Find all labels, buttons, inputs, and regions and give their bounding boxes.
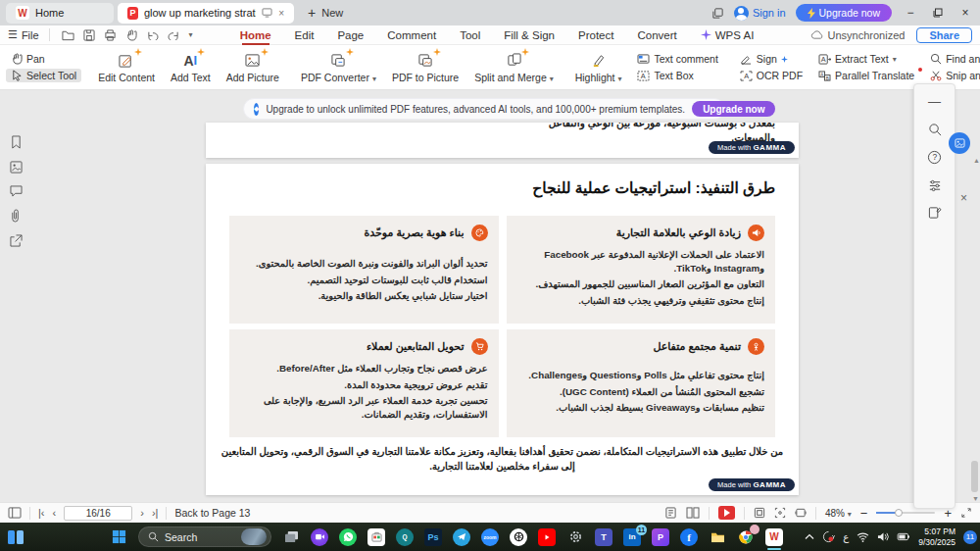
new-tab-button[interactable]: + New	[308, 5, 343, 21]
minimize-button[interactable]: −	[902, 6, 919, 20]
edit-content-button[interactable]: Edit Content	[93, 50, 160, 85]
sidebar-toggle-icon[interactable]	[8, 507, 22, 519]
tab-tool[interactable]: Tool	[460, 29, 480, 41]
tab-fill-sign[interactable]: Fill & Sign	[504, 29, 555, 41]
thumbnail-icon[interactable]	[10, 161, 23, 174]
zoom-percentage[interactable]: 48% ▾	[825, 508, 852, 519]
ocr-pdf-button[interactable]: A OCR PDF	[735, 69, 808, 82]
sync-status[interactable]: Unsynchronized	[810, 29, 906, 41]
extract-text-button[interactable]: A Extract Text ▾	[813, 52, 919, 66]
last-page-button[interactable]: ›|	[152, 507, 159, 519]
panel-notes-icon[interactable]	[928, 206, 942, 220]
parallel-translate-button[interactable]: AB Parallel Translate	[813, 69, 919, 82]
split-merge-button[interactable]: Split and Merge ▾	[469, 50, 558, 85]
slideshow-button[interactable]	[718, 506, 735, 520]
add-picture-button[interactable]: Add Picture	[221, 50, 284, 85]
first-page-button[interactable]: |‹	[38, 507, 45, 519]
close-tab-icon[interactable]: ×	[278, 8, 284, 19]
zoom-slider-knob[interactable]	[895, 509, 903, 517]
chrome-icon[interactable]	[737, 528, 755, 546]
notification-badge[interactable]: 11	[963, 530, 977, 544]
youtube-icon[interactable]	[538, 528, 556, 546]
multi-window-icon[interactable]	[711, 7, 724, 20]
back-to-page-link[interactable]: Back to Page 13	[174, 507, 250, 519]
select-tool-button[interactable]: Select Tool	[6, 69, 81, 82]
prev-page-button[interactable]: ‹	[53, 507, 57, 519]
vertical-scrollbar[interactable]	[971, 461, 978, 492]
banner-upgrade-button[interactable]: Upgrade now	[692, 101, 775, 117]
tab-wps-ai[interactable]: WPS AI	[701, 29, 755, 41]
fit-width-button[interactable]	[774, 507, 786, 519]
photoshop-icon[interactable]: Ps	[424, 528, 442, 546]
tab-home[interactable]: Home	[240, 29, 271, 41]
maximize-button[interactable]	[929, 8, 947, 18]
open-file-icon[interactable]	[62, 29, 74, 41]
facebook-icon[interactable]: f	[680, 528, 698, 546]
linkedin-icon[interactable]: in11	[623, 528, 641, 546]
fit-screen-button[interactable]	[795, 507, 807, 519]
battery-icon[interactable]	[897, 532, 910, 541]
fullscreen-icon[interactable]	[960, 507, 972, 519]
redo-icon[interactable]	[168, 29, 180, 40]
sign-button[interactable]: Sign	[735, 52, 808, 66]
clipchamp-icon[interactable]	[311, 528, 328, 546]
widgets-button[interactable]	[8, 530, 24, 544]
pdf-converter-button[interactable]: ​PDF Converter ▾	[296, 50, 381, 85]
more-actions-chevron-icon[interactable]: ▾	[189, 30, 193, 39]
add-text-button[interactable]: AI Add Text	[166, 50, 216, 85]
start-button[interactable]	[110, 528, 127, 546]
text-box-button[interactable]: A Text Box	[632, 69, 722, 82]
panel-minimize-icon[interactable]: —	[928, 94, 941, 109]
share-panel-icon[interactable]	[10, 234, 23, 247]
document-area[interactable]: ◆ Upgrade to unlock unlimited PDF featur…	[0, 90, 980, 502]
teams-icon[interactable]: T	[595, 528, 612, 546]
tab-protect[interactable]: Protect	[578, 29, 613, 41]
banner-close-icon[interactable]: ×	[960, 191, 967, 205]
save-icon[interactable]	[83, 29, 95, 41]
pdf-to-picture-button[interactable]: PDF to Picture	[387, 50, 464, 85]
close-window-button[interactable]: ×	[956, 6, 974, 20]
scroll-down-icon[interactable]: ▼	[972, 495, 979, 502]
sign-in-button[interactable]: Sign in	[734, 6, 786, 21]
undo-icon[interactable]	[146, 29, 159, 40]
share-button[interactable]: Share	[916, 27, 972, 43]
document-tab[interactable]: P glow up marketing stratigy... ×	[118, 3, 294, 24]
microsoft-store-icon[interactable]	[368, 528, 385, 546]
language-indicator[interactable]: ع	[843, 531, 849, 542]
find-replace-button[interactable]: Find and Replace	[925, 52, 980, 66]
quora-icon[interactable]: Q	[396, 528, 414, 546]
snip-pin-button[interactable]: Snip and Pin	[925, 69, 980, 82]
chatgpt-icon[interactable]	[510, 528, 527, 546]
attachment-icon[interactable]	[10, 209, 23, 223]
image-assistant-fab[interactable]	[949, 132, 970, 154]
fab-collapse-icon[interactable]: ▲	[973, 157, 980, 164]
tab-page[interactable]: Page	[337, 29, 364, 41]
file-menu[interactable]: ☰ File	[8, 28, 39, 41]
wifi-icon[interactable]	[857, 532, 869, 542]
wps-taskbar-icon[interactable]: W	[765, 528, 783, 546]
comment-panel-icon[interactable]	[10, 185, 23, 197]
settings-icon[interactable]	[566, 528, 584, 546]
zoom-icon[interactable]: zoom	[481, 528, 499, 546]
taskbar-clock[interactable]: 5:07 PM 9/30/2025	[918, 526, 956, 547]
whatsapp-icon[interactable]	[339, 528, 357, 546]
taskbar-search-box[interactable]: Search	[138, 526, 271, 547]
telegram-icon[interactable]	[453, 528, 470, 546]
present-monitor-icon[interactable]	[262, 8, 272, 18]
tray-chevron-up-icon[interactable]	[805, 533, 814, 540]
bookmark-icon[interactable]	[10, 135, 23, 149]
panel-help-icon[interactable]: ?	[927, 150, 942, 165]
task-view-icon[interactable]	[282, 528, 300, 546]
tab-comment[interactable]: Comment	[387, 29, 436, 41]
file-explorer-icon[interactable]	[709, 528, 726, 546]
panel-search-icon[interactable]	[928, 123, 942, 136]
volume-icon[interactable]	[877, 531, 889, 542]
single-page-view-icon[interactable]	[664, 507, 677, 519]
page-number-input[interactable]	[64, 506, 132, 521]
zoom-slider[interactable]	[876, 512, 935, 514]
panel-settings-icon[interactable]	[928, 178, 942, 192]
print-icon[interactable]	[104, 29, 117, 41]
home-tab[interactable]: W Home	[6, 3, 114, 24]
two-page-view-icon[interactable]	[686, 507, 700, 519]
text-comment-button[interactable]: Text comment	[632, 52, 722, 66]
